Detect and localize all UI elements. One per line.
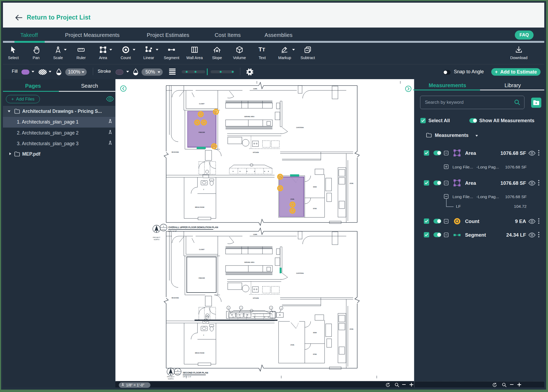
svg-text:FREEZER: FREEZER [199, 132, 205, 133]
svg-text:1: 1 [241, 307, 242, 309]
svg-text:1/4” = 1’-0”: 1/4” = 1’-0” [183, 376, 191, 378]
svg-text:5: 5 [207, 315, 208, 317]
svg-text:T: T [258, 46, 262, 53]
svg-text:NORTH: NORTH [168, 378, 173, 380]
svg-text:3: 3 [177, 369, 178, 372]
svg-text:NORTH: NORTH [154, 239, 159, 240]
svg-text:A102: A102 [162, 229, 166, 230]
svg-text:2: 2 [228, 307, 229, 309]
svg-text:1/4” = 1’-0”: 1/4” = 1’-0” [168, 230, 177, 232]
svg-text:PROJECT: PROJECT [167, 376, 174, 378]
svg-text:3: 3 [271, 307, 272, 309]
svg-text:OVERALL UPPER FLOOR DEMOLITION: OVERALL UPPER FLOOR DEMOLITION PLAN [168, 226, 218, 229]
svg-text:STOR.: STOR. [290, 198, 295, 200]
svg-text:4: 4 [281, 308, 282, 309]
svg-text:SECOND FLOOR PLAN: SECOND FLOOR PLAN [183, 371, 208, 374]
svg-text:T: T [262, 47, 265, 52]
svg-text:PROJECT: PROJECT [153, 237, 160, 238]
svg-text:A102: A102 [176, 373, 180, 375]
svg-text:1: 1 [163, 225, 164, 228]
